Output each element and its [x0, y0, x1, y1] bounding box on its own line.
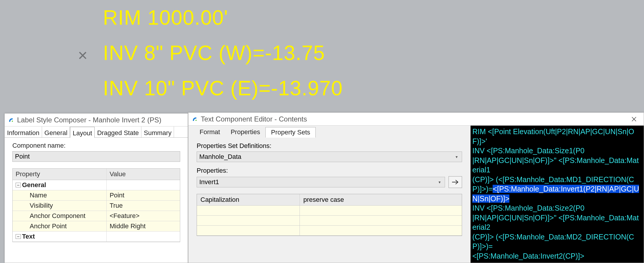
tab-format[interactable]: Format: [194, 127, 225, 137]
psd-label: Properties Set Definitions:: [197, 142, 462, 150]
text-component-editor-window: Text Component Editor - Contents Format …: [188, 112, 644, 263]
modifier-name[interactable]: Capitalization: [197, 194, 300, 205]
cad-viewport[interactable]: × RIM 1000.00' INV 8" PVC (W)=-13.75 INV…: [0, 0, 644, 115]
property-grid: Property Value − General NamePoint Visib…: [12, 168, 180, 242]
val-anchor-point[interactable]: Middle Right: [107, 221, 180, 231]
chevron-down-icon: ▾: [439, 180, 442, 184]
svg-point-1: [195, 120, 197, 121]
sub-tab-bar: Format Properties Property Sets: [188, 126, 470, 137]
col-header-value[interactable]: Value: [107, 169, 180, 180]
val-anchor-component[interactable]: <Feature>: [107, 211, 180, 221]
properties-select[interactable]: Invert1 ▾: [197, 177, 445, 187]
arrow-right-icon: [451, 179, 459, 185]
tab-layout[interactable]: Layout: [70, 127, 95, 138]
app-icon: [191, 116, 198, 122]
tab-bar: Information General Layout Dragged State…: [5, 126, 188, 138]
psd-value: Manhole_Data: [199, 153, 241, 161]
left-pane: Format Properties Property Sets Properti…: [188, 126, 471, 263]
window-title: Label Style Composer - Manhole Invert 2 …: [17, 116, 161, 124]
tab-general[interactable]: General: [42, 126, 70, 137]
col-header-property[interactable]: Property: [13, 169, 107, 180]
component-name-select[interactable]: Point: [12, 151, 180, 162]
component-name-value: Point: [15, 153, 30, 160]
app-icon: [8, 117, 14, 123]
modifier-value[interactable]: preserve case: [300, 194, 462, 205]
component-name-label: Component name:: [12, 142, 180, 149]
insert-property-button[interactable]: [449, 176, 462, 188]
tab-property-sets[interactable]: Property Sets: [265, 127, 316, 138]
val-name[interactable]: Point: [107, 190, 180, 200]
properties-label: Properties:: [197, 167, 462, 174]
contents-text[interactable]: RIM <[Point Elevation(Uft|P2|RN|AP|GC|UN…: [472, 127, 642, 261]
label-style-composer-window: Label Style Composer - Manhole Invert 2 …: [4, 113, 188, 263]
structure-marker-icon: ×: [78, 46, 88, 65]
code-selected-segment: <[PS:Manhole_Data:Invert1(P2|RN|AP|GC|UN…: [472, 185, 639, 203]
code-segment: RIM <[Point Elevation(Uft|P2|RN|AP|GC|UN…: [472, 127, 639, 193]
titlebar[interactable]: Label Style Composer - Manhole Invert 2 …: [5, 114, 188, 126]
prop-visibility[interactable]: Visibility: [13, 201, 107, 211]
prop-anchor-point[interactable]: Anchor Point: [13, 221, 107, 231]
titlebar[interactable]: Text Component Editor - Contents: [188, 113, 644, 126]
psd-select[interactable]: Manhole_Data ▾: [197, 152, 462, 162]
tab-summary[interactable]: Summary: [141, 126, 174, 137]
tab-information[interactable]: Information: [5, 126, 42, 137]
chevron-down-icon: ▾: [456, 154, 459, 159]
close-icon: [631, 116, 637, 122]
contents-editor[interactable]: RIM <[Point Elevation(Uft|P2|RN|AP|GC|UN…: [471, 126, 644, 263]
val-visibility[interactable]: True: [107, 201, 180, 211]
close-button[interactable]: [627, 113, 641, 126]
code-segment: INV <[PS:Manhole_Data:Size2(P0 |RN|AP|GC…: [472, 204, 639, 260]
window-title: Text Component Editor - Contents: [201, 115, 307, 123]
tab-properties[interactable]: Properties: [225, 127, 265, 137]
prop-name[interactable]: Name: [13, 190, 107, 200]
group-general[interactable]: − General: [13, 180, 107, 190]
group-text[interactable]: − Text: [13, 232, 107, 242]
collapse-icon[interactable]: −: [16, 183, 21, 187]
collapse-icon[interactable]: −: [16, 234, 21, 239]
properties-value: Invert1: [199, 178, 219, 186]
modifier-grid: Capitalization preserve case: [197, 194, 462, 236]
svg-point-0: [12, 121, 13, 122]
cad-label-line[interactable]: INV 8" PVC (W)=-13.75: [103, 41, 325, 65]
prop-anchor-component[interactable]: Anchor Component: [13, 211, 107, 221]
cad-label-line[interactable]: RIM 1000.00': [103, 6, 228, 29]
tab-dragged-state[interactable]: Dragged State: [95, 126, 141, 137]
cad-label-line[interactable]: INV 10" PVC (E)=-13.970: [103, 76, 343, 100]
